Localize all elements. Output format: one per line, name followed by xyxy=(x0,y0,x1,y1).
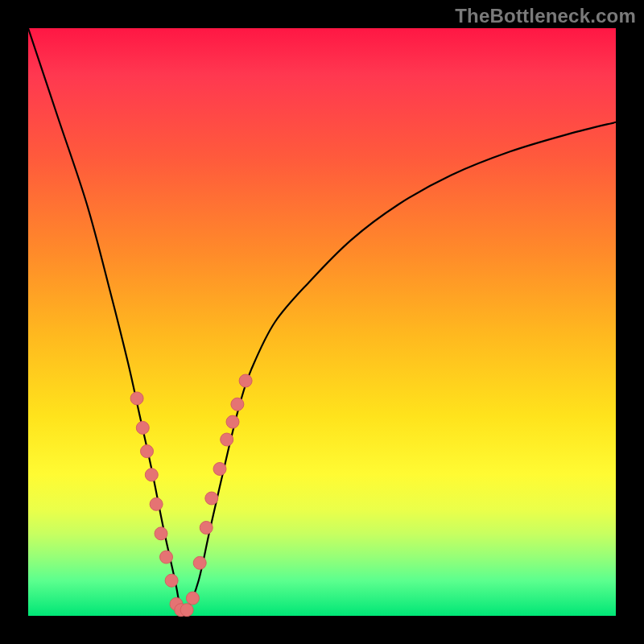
curve-marker xyxy=(231,398,244,411)
bottleneck-curve xyxy=(28,28,616,613)
curve-marker xyxy=(226,415,239,428)
curve-marker xyxy=(136,421,149,434)
curve-marker xyxy=(239,374,252,387)
curve-marker xyxy=(160,551,173,564)
curve-marker xyxy=(165,574,178,587)
curve-marker xyxy=(130,392,143,405)
curve-marker xyxy=(200,522,213,535)
curve-marker xyxy=(141,445,154,458)
curve-marker xyxy=(145,469,158,481)
curve-marker xyxy=(186,592,199,605)
curve-marker xyxy=(213,463,226,476)
curve-marker xyxy=(150,497,163,510)
chart-frame: TheBottleneck.com xyxy=(0,0,644,644)
curve-marker xyxy=(180,604,193,617)
curve-marker xyxy=(221,433,233,446)
curve-marker xyxy=(155,527,167,540)
curve-marker xyxy=(193,556,206,569)
watermark-text: TheBottleneck.com xyxy=(455,5,636,27)
marker-group xyxy=(130,374,252,617)
curve-layer xyxy=(28,28,616,616)
curve-marker xyxy=(205,492,218,505)
